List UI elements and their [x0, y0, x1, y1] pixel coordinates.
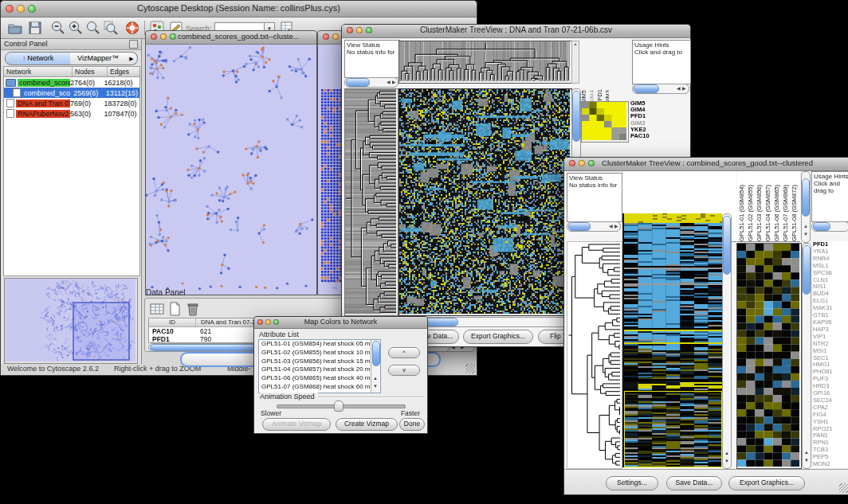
scroll-left-icon[interactable]: ◀	[677, 85, 681, 92]
network-view-1-canvas[interactable]	[146, 45, 315, 294]
network-list: combined_scores_2764(0)16218(0)combined_…	[4, 77, 139, 119]
treeview1-titlebar[interactable]: ClusterMaker TreeView : DNA and Tran 07-…	[342, 25, 690, 38]
help-lifesaver-icon[interactable]	[124, 20, 140, 36]
network-nodes-count: 2569(6)	[73, 89, 106, 97]
close-button[interactable]	[151, 33, 157, 40]
scroll-right-icon[interactable]: ▶	[682, 85, 686, 92]
zoom-matrix-heatmap[interactable]	[581, 101, 629, 143]
heatmap-column-label: GPL51-01 (GSM854)	[737, 185, 746, 241]
file-icon	[6, 99, 14, 107]
view-status-text: No status info for	[569, 182, 620, 189]
labels-vscrollbar[interactable]: ▲ ▼	[801, 171, 811, 243]
scroll-up-icon[interactable]: ▲	[373, 375, 378, 381]
float-panel-icon[interactable]	[129, 40, 138, 49]
animate-vizmap-button[interactable]: Animate Vizmap	[262, 418, 331, 431]
move-up-button[interactable]: ^	[388, 347, 420, 358]
treeview2-titlebar[interactable]: ClusterMaker TreeView : combined_scores_…	[564, 158, 848, 171]
heatmap-column-label: GPL51-03 (GSM856)	[755, 185, 764, 241]
gene-label[interactable]: MON2	[813, 461, 848, 467]
heatmap-main[interactable]	[398, 88, 572, 316]
zoom-in-icon[interactable]	[68, 20, 84, 36]
done-button[interactable]: Done	[399, 418, 425, 431]
network-nodes-count: 769(0)	[70, 100, 104, 107]
usage-hints-title: Usage Hints	[634, 41, 689, 49]
animation-speed-slider-thumb[interactable]	[334, 400, 344, 412]
zoom-fit-icon[interactable]	[85, 20, 101, 36]
main-titlebar[interactable]: Cytoscape Desktop (Session Name: collins…	[1, 1, 477, 18]
network-overview-canvas[interactable]	[5, 279, 135, 361]
attribute-list-item[interactable]: GPL51-06 (GSM865) heat shock 40 min	[259, 374, 380, 383]
network-view-1-title: combined_scores_good.txt--cluste...	[178, 32, 313, 41]
network-table-header[interactable]: Network Nodes Edges	[4, 67, 139, 77]
heatmap-vscrollbar[interactable]: ▲ ▼	[722, 213, 732, 469]
minimize-button[interactable]	[160, 33, 167, 40]
open-file-icon[interactable]	[7, 20, 23, 36]
scroll-left-icon[interactable]: ◀	[609, 223, 613, 229]
network-list-row[interactable]: DNA and Tran 07769(0)183728(0)	[4, 98, 139, 108]
zoom-selected-icon[interactable]	[103, 20, 119, 36]
usage-hints-scrollbar[interactable]	[811, 221, 848, 232]
network-nodes-count: 2764(0)	[70, 79, 104, 87]
attribute-list-item[interactable]: GPL51-01 (GSM854) heat shock 05 min	[259, 340, 380, 349]
network-nodes-count: 563(0)	[70, 110, 104, 118]
scroll-down-icon[interactable]: ▼	[804, 457, 809, 463]
scroll-up-icon[interactable]: ▲	[803, 223, 808, 229]
save-data-button[interactable]: Save Data...	[666, 476, 722, 490]
dialog-titlebar[interactable]: Map Colors to Network	[254, 317, 427, 329]
zoom-vscrollbar[interactable]: ▲ ▼	[802, 243, 811, 469]
attribute-list-item[interactable]: GPL51-04 (GSM857) heat shock 20 min	[259, 365, 380, 374]
control-panel-title: Control Panel	[4, 40, 48, 48]
attribute-listbox[interactable]: GPL51-01 (GSM854) heat shock 05 minGPL51…	[258, 339, 381, 393]
heatmap-zoom-view[interactable]	[736, 243, 802, 469]
scroll-down-icon[interactable]: ▼	[373, 383, 378, 389]
attribute-select-icon[interactable]	[150, 303, 164, 315]
create-vizmap-button[interactable]: Create Vizmap	[336, 418, 398, 431]
dendrogram-scroll-strip[interactable]: ▲	[571, 41, 579, 84]
scroll-right-icon[interactable]: ▶	[392, 79, 396, 85]
tab-network[interactable]: ⁝ Network	[5, 52, 72, 65]
heatmap-main[interactable]	[622, 213, 722, 467]
network-list-row[interactable]: combined_sco2569(6)13112(15)	[4, 88, 139, 98]
settings-button[interactable]: Settings...	[606, 476, 658, 490]
network-overview-panel[interactable]	[4, 278, 138, 364]
close-button[interactable]	[323, 33, 329, 40]
save-icon[interactable]	[27, 20, 43, 36]
delete-attribute-icon[interactable]	[186, 302, 199, 316]
view-status-panel: View Status No status info for	[344, 40, 400, 78]
attribute-list-vscrollbar[interactable]: ▲ ▼	[371, 340, 380, 393]
scroll-down-icon[interactable]: ▼	[803, 231, 808, 237]
minimize-button[interactable]	[332, 33, 339, 40]
scroll-up-icon[interactable]: ▲	[724, 450, 729, 456]
network-list-row[interactable]: RNAPuberNov2+563(0)107847(0)	[4, 108, 139, 119]
move-down-button[interactable]: v	[388, 365, 420, 376]
export-graphics-button[interactable]: Export Graphics...	[463, 330, 533, 344]
new-attribute-icon[interactable]	[169, 302, 181, 316]
network-list-row[interactable]: combined_scores_2764(0)16218(0)	[4, 77, 139, 88]
attribute-list-item[interactable]: GPL51-02 (GSM855) heat shock 10 min	[259, 349, 380, 357]
network-view-1-titlebar[interactable]: combined_scores_good.txt--cluste...	[146, 31, 316, 45]
folder-icon	[6, 79, 16, 87]
usage-hints-text: Click and drag to	[814, 180, 848, 194]
scroll-up-icon[interactable]: ▲	[804, 449, 809, 455]
scroll-left-icon[interactable]: ◀	[387, 79, 391, 85]
row-dendrogram[interactable]	[567, 241, 622, 469]
attribute-table-id-header[interactable]: ID	[149, 318, 196, 326]
attribute-list-item[interactable]: GPL51-03 (GSM856) heat shock 15 min	[259, 357, 380, 366]
zoom-button[interactable]	[170, 33, 176, 40]
scroll-right-icon[interactable]: ▶	[614, 223, 618, 229]
row-dendrogram[interactable]	[344, 88, 398, 316]
tab-vizmapper[interactable]: VizMapper™	[70, 52, 127, 65]
export-graphics-button[interactable]: Export Graphics...	[728, 476, 805, 490]
tab-overflow-button[interactable]: ▶	[126, 52, 138, 65]
resize-grip[interactable]	[465, 364, 475, 373]
zoom-out-icon[interactable]	[50, 20, 66, 36]
view-status-title: View Status	[347, 41, 398, 49]
treeview2-title: ClusterMaker TreeView : combined_scores_…	[564, 158, 848, 167]
network-view-window-1: combined_scores_good.txt--cluste...	[145, 30, 317, 295]
usage-hints-scrollbar[interactable]	[632, 84, 689, 94]
scroll-down-icon[interactable]: ▼	[724, 458, 729, 464]
column-dendrogram[interactable]	[398, 41, 572, 84]
main-window-title: Cytoscape Desktop (Session Name: collins…	[1, 3, 477, 13]
attribute-list-item[interactable]: GPL51-07 (GSM868) heat shock 60 min	[259, 383, 380, 392]
resize-grip[interactable]	[839, 483, 848, 493]
